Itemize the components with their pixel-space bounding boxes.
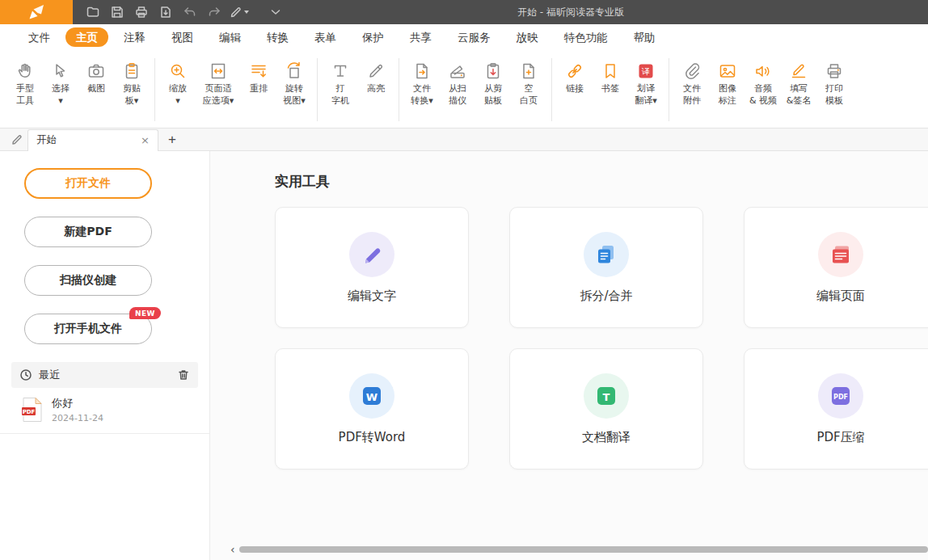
ribbon-reflow[interactable]: 重排 (241, 52, 276, 95)
new-pdf-button[interactable]: 新建PDF (24, 217, 152, 247)
ribbon-snapshot[interactable]: 截图 (78, 52, 114, 95)
ribbon-group-insert: 链接 书签 译 划译 翻译▾ (555, 52, 666, 128)
ribbon-blank-page[interactable]: 空 白页 (511, 52, 546, 107)
app-window: 开始 - 福昕阅读器专业版 文件 主页 注释 视图 编辑 转换 表单 保护 共享… (0, 0, 928, 560)
ribbon-typewriter[interactable]: 打 字机 (323, 52, 358, 107)
ribbon-separator (154, 58, 155, 121)
ribbon-item-label2: 模板 (825, 95, 843, 107)
pen-icon (229, 5, 243, 19)
tool-card-pdf-compress[interactable]: PDF PDF压缩 (744, 348, 928, 469)
ribbon-audio-video[interactable]: 音频 & 视频 (745, 52, 781, 107)
sidebar: 打开文件 新建PDF 扫描仪创建 打开手机文件 NEW 最近 PDF (0, 151, 210, 560)
new-tab-button[interactable]: + (168, 133, 176, 146)
ribbon-item-label: 文件 (683, 83, 701, 95)
quick-pen-tool-button[interactable] (226, 2, 251, 22)
undo-button[interactable] (178, 2, 202, 22)
ribbon-clipboard[interactable]: 剪贴 板▾ (114, 52, 150, 107)
ribbon-item-label: 高亮 (367, 83, 385, 95)
menu-tab-slideshow[interactable]: 放映 (506, 27, 549, 47)
menu-tab-comment[interactable]: 注释 (113, 27, 156, 47)
customize-toolbar-button[interactable] (264, 2, 288, 22)
menu-tab-edit[interactable]: 编辑 (209, 27, 251, 47)
ribbon-item-label: 旋转 (285, 83, 303, 95)
body: 打开文件 新建PDF 扫描仪创建 打开手机文件 NEW 最近 PDF (0, 151, 928, 560)
ribbon-group-create: 文件 转换▾ 从扫 描仪 从剪 贴板 空 白页 (402, 52, 549, 128)
ribbon-translate[interactable]: 译 划译 翻译▾ (628, 52, 664, 107)
recent-file-item[interactable]: PDF 你好 2024-11-24 (0, 388, 209, 434)
menu-tab-home[interactable]: 主页 (65, 27, 108, 47)
caret-down-icon (244, 11, 249, 14)
app-menu-logo-button[interactable] (0, 0, 73, 24)
menu-tab-form[interactable]: 表单 (304, 27, 347, 47)
menu-tab-features[interactable]: 特色功能 (554, 27, 618, 47)
link-icon (565, 59, 584, 83)
menu-tab-protect[interactable]: 保护 (352, 27, 394, 47)
camera-icon (86, 59, 106, 83)
horizontal-scrollbar[interactable]: ‹ (230, 544, 928, 555)
scroll-left-icon[interactable]: ‹ (230, 544, 235, 555)
doc-translate-icon: T (584, 373, 629, 419)
ribbon-hand-tool[interactable]: 手型 工具 (7, 52, 43, 107)
tab-start[interactable]: 开始 × (27, 129, 158, 151)
scanner-create-button[interactable]: 扫描仪创建 (24, 265, 152, 296)
quick-print-button[interactable] (129, 2, 154, 22)
ribbon-link[interactable]: 链接 (557, 52, 593, 95)
menu-tab-share[interactable]: 共享 (399, 27, 442, 47)
tool-card-split-merge[interactable]: 拆分/合并 (509, 207, 703, 328)
new-pdf-label: 新建PDF (64, 225, 112, 238)
scrollbar-thumb[interactable] (239, 546, 928, 553)
open-file-button[interactable]: 打开文件 (24, 168, 152, 199)
menu-tab-convert[interactable]: 转换 (256, 27, 299, 47)
ribbon-select-tool[interactable]: 选择 ▾ (43, 52, 78, 107)
ribbon-separator (317, 58, 318, 121)
tool-card-edit-pages[interactable]: 编辑页面 (744, 207, 928, 328)
redo-button[interactable] (202, 2, 226, 22)
svg-text:PDF: PDF (833, 393, 848, 400)
foxit-logo-icon (27, 2, 46, 22)
ribbon-rotate-view[interactable]: 旋转 视图▾ (276, 52, 312, 107)
annotate-pencil-icon[interactable] (6, 133, 27, 146)
ribbon-item-label: 缩放 (169, 83, 187, 95)
ribbon-file-attachment[interactable]: 文件 附件 (674, 52, 710, 107)
menu-tab-help[interactable]: 帮助 (623, 27, 666, 47)
ribbon-group-media: 文件 附件 图像 标注 音频 & 视频 填写 &签名 打印 模板 (672, 52, 854, 128)
undo-icon (183, 5, 197, 19)
ribbon-print-template[interactable]: 打印 模板 (816, 52, 852, 107)
ribbon-from-clipboard[interactable]: 从剪 贴板 (475, 52, 511, 107)
ribbon-separator (669, 58, 669, 121)
menu-tab-file[interactable]: 文件 (18, 27, 61, 47)
ribbon-bookmark[interactable]: 书签 (593, 52, 628, 95)
tool-card-pdf-to-word[interactable]: W PDF转Word (275, 348, 469, 469)
tool-card-doc-translate[interactable]: T 文档翻译 (509, 348, 703, 469)
quick-export-button[interactable] (154, 2, 178, 22)
ribbon-item-label: 划译 (637, 83, 655, 95)
ribbon-item-label: 手型 (16, 83, 34, 95)
redo-icon (207, 5, 221, 19)
ribbon-page-fit-options[interactable]: 页面适 应选项▾ (196, 52, 241, 107)
ribbon-highlight[interactable]: 高亮 (358, 52, 394, 95)
ribbon-item-label: 书签 (601, 83, 619, 95)
clear-recent-button[interactable] (177, 368, 190, 381)
ribbon-separator (399, 58, 399, 121)
tool-card-edit-text[interactable]: 编辑文字 (275, 207, 469, 328)
image-icon (718, 59, 737, 83)
card-label: 文档翻译 (582, 430, 631, 445)
ribbon-fill-sign[interactable]: 填写 &签名 (781, 52, 816, 107)
folder-icon (86, 5, 100, 19)
ribbon-item-label: 截图 (87, 83, 105, 95)
tab-close-icon[interactable]: × (141, 135, 150, 145)
ribbon-from-scanner[interactable]: 从扫 描仪 (440, 52, 475, 107)
ribbon-image-annotation[interactable]: 图像 标注 (710, 52, 745, 107)
clipboard-paste-icon (483, 59, 503, 83)
menu-tab-view[interactable]: 视图 (161, 27, 204, 47)
quick-save-button[interactable] (105, 2, 129, 22)
ribbon-item-label2: 翻译▾ (635, 95, 657, 107)
open-mobile-file-button[interactable]: 打开手机文件 NEW (24, 314, 152, 344)
recent-file-date: 2024-11-24 (52, 413, 103, 423)
ribbon-zoom[interactable]: 缩放 ▾ (160, 52, 196, 107)
tab-start-label: 开始 (36, 133, 57, 147)
quick-open-button[interactable] (81, 2, 105, 22)
card-label: PDF压缩 (816, 430, 864, 445)
menu-tab-cloud[interactable]: 云服务 (447, 27, 501, 47)
ribbon-file-convert[interactable]: 文件 转换▾ (404, 52, 440, 107)
